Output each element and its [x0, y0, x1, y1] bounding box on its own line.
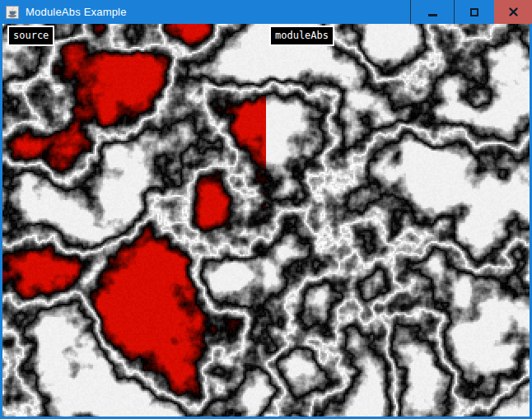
- maximize-button[interactable]: [454, 0, 494, 24]
- window-title: ModuleAbs Example: [26, 6, 127, 18]
- title-bar[interactable]: ModuleAbs Example: [0, 0, 532, 24]
- noise-preview-image: [2, 24, 530, 417]
- close-icon: [508, 7, 519, 17]
- caption-buttons: [410, 0, 532, 24]
- minimize-icon: [428, 14, 437, 16]
- render-area: source moduleAbs: [2, 24, 530, 417]
- moduleabs-panel-label: moduleAbs: [269, 26, 334, 46]
- maximize-icon: [470, 8, 478, 16]
- java-coffee-cup-icon[interactable]: [6, 6, 19, 19]
- application-window: ModuleAbs Example source moduleAbs: [0, 0, 532, 419]
- source-panel-label: source: [7, 26, 54, 46]
- minimize-button[interactable]: [410, 0, 454, 24]
- close-button[interactable]: [494, 0, 532, 24]
